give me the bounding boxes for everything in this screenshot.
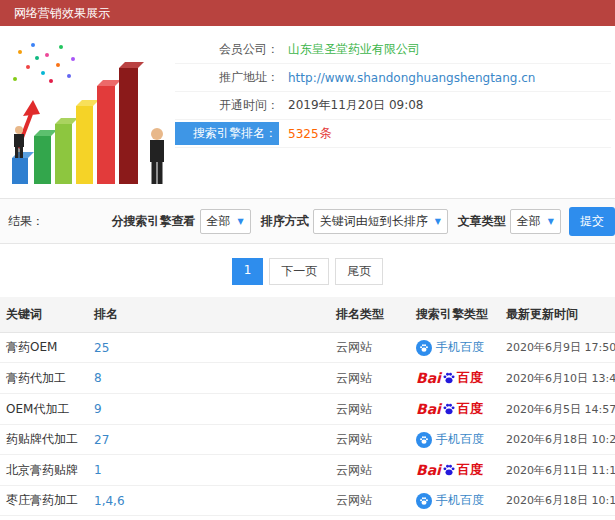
table-row: OEM代加工 9 云网站 Bai 百度 2020年6月5日 14:57 [0, 394, 615, 425]
result-label: 结果： [8, 213, 44, 230]
member-info: 会员公司： 山东皇圣堂药业有限公司 推广地址： http://www.shand… [175, 34, 615, 190]
confetti-dots [13, 43, 75, 83]
filter-bar: 结果： 分搜索引擎查看 全部 ▼ 排序方式 关键词由短到长排序 ▼ 文章类型 全… [0, 198, 615, 244]
keyword-cell: 北京膏药贴牌 [0, 455, 88, 486]
article-type-label: 文章类型 [458, 213, 506, 230]
submit-button[interactable]: 提交 [569, 207, 615, 236]
engine-cell: Bai 百度 [410, 516, 500, 520]
next-page-button[interactable]: 下一页 [269, 258, 329, 285]
table-row: 枣庄膏药加工 1,4,6 云网站 手机百度 2020年6月18日 10:19 [0, 486, 615, 516]
rank-count-label: 搜索引擎排名： [175, 122, 279, 145]
rank-type-cell: 云网站 [330, 394, 410, 425]
rank-link[interactable]: 1 [94, 463, 102, 477]
rank-link[interactable]: 1,4,6 [94, 494, 125, 508]
rank-type-cell: 云网站 [330, 333, 410, 363]
rank-count-value: 5325 [288, 127, 319, 141]
chevron-down-icon: ▼ [548, 217, 554, 226]
baidu-paw-icon [442, 463, 456, 477]
page-title: 网络营销效果展示 [14, 6, 110, 20]
baidu-paw-icon [442, 402, 456, 416]
rank-type-cell: 云网站 [330, 455, 410, 486]
member-company-row: 会员公司： 山东皇圣堂药业有限公司 [175, 36, 611, 64]
mobile-baidu-badge[interactable]: 手机百度 [416, 492, 484, 509]
growth-chart-illustration [0, 34, 175, 190]
businessman-right [150, 128, 164, 184]
sort-selected: 关键词由短到长排序 [320, 213, 428, 230]
results-table: 关键词 排名 排名类型 搜索引擎类型 最新更新时间 膏药OEM 25 云网站 [0, 297, 615, 520]
sort-select[interactable]: 关键词由短到长排序 ▼ [313, 209, 448, 234]
updated-cell: 2020年6月18日 10:19 [500, 486, 615, 516]
growth-chart-graphic [2, 36, 174, 186]
promo-url-row: 推广地址： http://www.shandonghuangshengtang.… [175, 64, 611, 92]
mobile-baidu-badge[interactable]: 手机百度 [416, 431, 484, 448]
engine-cell: Bai 百度 [410, 394, 500, 425]
chevron-down-icon: ▼ [435, 217, 441, 226]
page-1-button[interactable]: 1 [232, 258, 264, 285]
mobile-baidu-icon [416, 340, 432, 356]
engine-view-selected: 全部 [207, 213, 231, 230]
keyword-cell: 膏药代加工 [0, 363, 88, 394]
updated-cell: 2020年6月18日 10:25 [500, 425, 615, 455]
article-type-select[interactable]: 全部 ▼ [510, 209, 561, 234]
header-updated: 最新更新时间 [500, 297, 615, 333]
baidu-label: 百度 [457, 369, 483, 387]
baidu-logo[interactable]: Bai 百度 [416, 369, 483, 387]
engine-cell: 手机百度 [410, 425, 500, 455]
rank-link[interactable]: 27 [94, 433, 109, 447]
updated-cell: 2020年6月5日 14:57 [500, 394, 615, 425]
open-time-row: 开通时间： 2019年11月20日 09:08 [175, 92, 611, 120]
rank-link[interactable]: 25 [94, 341, 109, 355]
baidu-label: 百度 [457, 461, 483, 479]
header-engine-type: 搜索引擎类型 [410, 297, 500, 333]
keyword-cell: 药贴牌代加工 [0, 425, 88, 455]
pagination: 1 下一页 尾页 [0, 244, 615, 297]
profile-section: 会员公司： 山东皇圣堂药业有限公司 推广地址： http://www.shand… [0, 26, 615, 194]
mobile-baidu-badge[interactable]: 手机百度 [416, 339, 484, 356]
promo-url-link[interactable]: http://www.shandonghuangshengtang.cn [288, 71, 535, 85]
member-company-label: 会员公司： [175, 41, 279, 58]
mobile-baidu-icon [416, 432, 432, 448]
header-rank: 排名 [88, 297, 330, 333]
baidu-wordmark: Bai [416, 401, 441, 417]
mobile-baidu-icon [416, 493, 432, 509]
last-page-button[interactable]: 尾页 [335, 258, 383, 285]
header-keyword: 关键词 [0, 297, 88, 333]
updated-cell: 2020年6月11日 11:18 [500, 455, 615, 486]
rank-type-cell: 云网站 [330, 516, 410, 520]
rank-count-row: 搜索引擎排名： 5325 条 [175, 120, 611, 148]
table-header-row: 关键词 排名 排名类型 搜索引擎类型 最新更新时间 [0, 297, 615, 333]
mobile-baidu-label: 手机百度 [436, 339, 484, 356]
rank-type-cell: 云网站 [330, 363, 410, 394]
bars [12, 62, 144, 184]
open-time-label: 开通时间： [175, 97, 279, 114]
open-time-value: 2019年11月20日 09:08 [288, 97, 423, 114]
engine-cell: Bai 百度 [410, 363, 500, 394]
title-bar: 网络营销效果展示 [0, 0, 615, 26]
member-company-link[interactable]: 山东皇圣堂药业有限公司 [288, 41, 420, 58]
rank-link[interactable]: 9 [94, 402, 102, 416]
engine-cell: 手机百度 [410, 486, 500, 516]
baidu-logo[interactable]: Bai 百度 [416, 400, 483, 418]
filter-group: 分搜索引擎查看 全部 ▼ 排序方式 关键词由短到长排序 ▼ 文章类型 全部 ▼ … [102, 207, 615, 236]
baidu-wordmark: Bai [416, 370, 441, 386]
updated-cell: 2020年6月9日 17:50 [500, 333, 615, 363]
engine-view-label: 分搜索引擎查看 [112, 213, 196, 230]
rank-type-cell: 云网站 [330, 486, 410, 516]
engine-view-select[interactable]: 全部 ▼ [200, 209, 251, 234]
table-row: 北京膏药贴牌 1 云网站 Bai 百度 2020年6月11日 11:18 [0, 455, 615, 486]
table-row: 膏药代加工 8 云网站 Bai 百度 2020年6月10日 13:40 [0, 363, 615, 394]
baidu-paw-icon [442, 371, 456, 385]
rank-link[interactable]: 8 [94, 371, 102, 385]
keyword-cell: OEM代加工 [0, 394, 88, 425]
results-table-body: 膏药OEM 25 云网站 手机百度 2020年6月9日 17:50 [0, 333, 615, 520]
mobile-baidu-label: 手机百度 [436, 492, 484, 509]
keyword-cell: 膏药OEM [0, 333, 88, 363]
engine-cell: Bai 百度 [410, 455, 500, 486]
sort-label: 排序方式 [261, 213, 309, 230]
table-row: 膏药OEM 25 云网站 手机百度 2020年6月9日 17:50 [0, 333, 615, 363]
updated-cell: 2020年5月29日 10:32 [500, 516, 615, 520]
table-row: 药贴牌代加工 27 云网站 手机百度 2020年6月18日 10:25 [0, 425, 615, 455]
baidu-logo[interactable]: Bai 百度 [416, 461, 483, 479]
keyword-cell: 枣庄膏药加工 [0, 486, 88, 516]
baidu-label: 百度 [457, 400, 483, 418]
